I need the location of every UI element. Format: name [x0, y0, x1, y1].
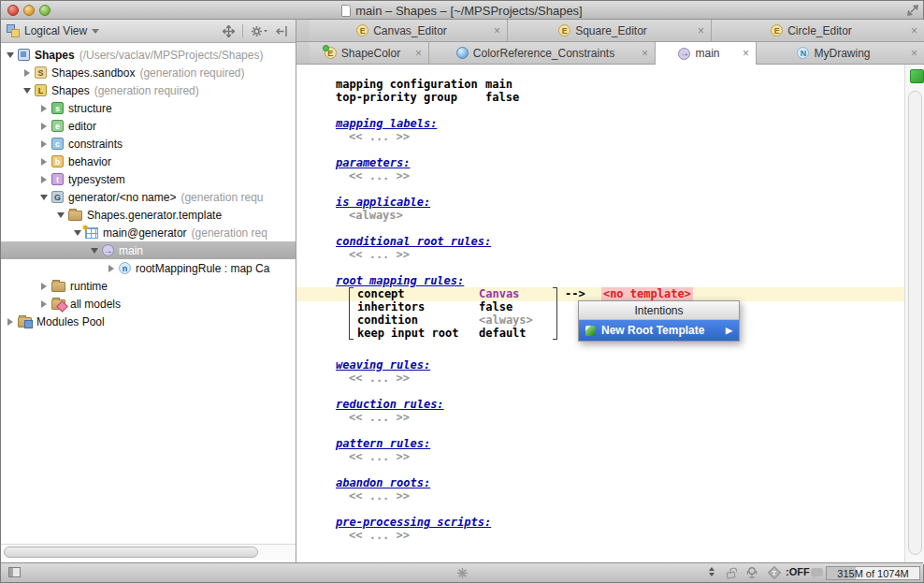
tree-item-root-mapping-rule[interactable]: n rootMappingRule : map Ca	[1, 259, 296, 277]
always-cell[interactable]: <always>	[336, 209, 924, 222]
tab-shapecolor[interactable]: E ShapeColor ×	[310, 42, 429, 64]
scroll-to-source-icon[interactable]	[223, 25, 235, 37]
tree-item-modules-pool[interactable]: Modules Pool	[1, 313, 296, 330]
chevron-collapsed-icon[interactable]	[38, 158, 50, 166]
close-tab-icon[interactable]: ×	[743, 48, 749, 59]
chevron-down-icon[interactable]	[92, 29, 99, 34]
chevron-collapsed-icon[interactable]	[5, 318, 16, 326]
title-bar: main – Shapes – [~/MPSProjects/Shapes]	[1, 1, 923, 20]
property-line[interactable]: top-priority groupfalse	[336, 91, 924, 104]
section-title: mapping labels:	[336, 117, 924, 130]
chevron-collapsed-icon[interactable]	[38, 176, 50, 183]
section-reduction-rules: reduction rules: << ... >>	[336, 398, 924, 424]
editor-aspect-icon: e	[51, 120, 64, 132]
empty-placeholder-cell[interactable]: << ... >>	[336, 529, 924, 542]
gear-icon[interactable]	[251, 25, 268, 37]
section-title: weaving rules:	[336, 358, 924, 372]
statusbar-spinner-icon[interactable]	[709, 567, 715, 576]
chevron-expanded-icon[interactable]	[38, 195, 50, 200]
chevron-collapsed-icon[interactable]	[22, 69, 33, 77]
empty-placeholder-cell[interactable]: << ... >>	[336, 489, 924, 503]
tree-item-all-models[interactable]: all models	[1, 295, 296, 313]
tree-item-project-shapes[interactable]: Shapes (/Users/vaclav/MPSProjects/Shapes…	[1, 46, 296, 64]
mapping-configuration-editor[interactable]: mapping configurationmain top-priority g…	[296, 65, 924, 564]
tree-item-main-selected[interactable]: → main	[1, 241, 296, 259]
empty-placeholder-cell[interactable]: << ... >>	[336, 169, 924, 182]
toolwindow-toggle-icon[interactable]	[8, 567, 21, 577]
editor-concept-icon: E	[771, 24, 783, 36]
tree-item-runtime[interactable]: runtime	[1, 277, 296, 295]
section-is-applicable: is applicable: <always>	[336, 196, 924, 222]
tab-circle-editor[interactable]: E Circle_Editor ×	[712, 20, 924, 41]
close-tab-icon[interactable]: ×	[911, 25, 917, 36]
tab-mydrawing[interactable]: N MyDrawing ×	[757, 42, 924, 64]
close-tab-icon[interactable]: ×	[494, 25, 500, 36]
tree-item-generator[interactable]: G generator/<no name> (generation requ	[1, 188, 296, 206]
editor-concept-icon: E	[356, 24, 368, 36]
typesystem-indicator-icon[interactable]: T	[768, 566, 781, 579]
section-mapping-labels: mapping labels: << ... >>	[336, 117, 924, 143]
rule-row-concept[interactable]: conceptCanvas	[357, 287, 549, 300]
chevron-expanded-icon[interactable]	[55, 212, 66, 218]
chevron-collapsed-icon[interactable]	[106, 265, 117, 272]
close-tab-icon[interactable]: ×	[642, 48, 648, 59]
tree-item-editor[interactable]: e editor	[1, 117, 296, 135]
scrollbar-thumb[interactable]	[4, 547, 258, 558]
rule-row-keep-input-root[interactable]: keep input rootdefault	[357, 327, 549, 340]
chevron-collapsed-icon[interactable]	[38, 300, 50, 308]
empty-placeholder-cell[interactable]: << ... >>	[336, 450, 924, 463]
rule-row-condition[interactable]: condition<always>	[357, 313, 549, 327]
close-tab-icon[interactable]: ×	[415, 48, 422, 59]
chevron-collapsed-icon[interactable]	[38, 123, 50, 130]
chevron-collapsed-icon[interactable]	[38, 105, 50, 112]
tab-colorreference-constraints[interactable]: ColorReference_Constraints ×	[429, 42, 656, 64]
empty-placeholder-cell[interactable]: << ... >>	[336, 411, 924, 424]
generator-icon: G	[51, 191, 64, 203]
editor-vertical-scrollbar[interactable]	[908, 91, 922, 555]
unlocked-icon[interactable]	[726, 571, 735, 578]
new-root-template-menu-item[interactable]: New Root Template ▶	[579, 320, 739, 341]
chevron-collapsed-icon[interactable]	[38, 140, 50, 148]
hector-inspector-icon[interactable]	[745, 566, 758, 579]
empty-placeholder-cell[interactable]: << ... >>	[336, 248, 924, 261]
close-tab-icon[interactable]: ×	[911, 48, 917, 59]
background-tasks-icon[interactable]	[456, 567, 469, 579]
chevron-expanded-icon[interactable]	[5, 52, 16, 58]
tree-item-shapes-language[interactable]: L Shapes (generation required)	[1, 81, 296, 99]
chevron-expanded-icon[interactable]	[89, 248, 100, 254]
tree-item-typesystem[interactable]: t typesystem	[1, 170, 296, 188]
generator-model-icon	[85, 227, 98, 239]
tree-horizontal-scrollbar[interactable]	[1, 544, 296, 560]
notifications-bubble-icon[interactable]	[811, 568, 823, 576]
project-panel-header: Logical View	[1, 20, 296, 43]
typesystem-off-label[interactable]: :OFF	[786, 566, 810, 577]
chevron-collapsed-icon[interactable]	[38, 283, 50, 290]
property-line[interactable]: mapping configurationmain	[336, 78, 924, 91]
section-weaving-rules: weaving rules: << ... >>	[336, 358, 924, 385]
editor-tab-row-1: E Canvas_Editor × E Square_Editor × E Ci…	[296, 20, 924, 42]
tree-item-structure[interactable]: s structure	[1, 99, 296, 117]
no-template-error-cell[interactable]: <no template>	[601, 287, 693, 300]
no-errors-indicator[interactable]	[910, 69, 924, 83]
tab-square-editor[interactable]: E Square_Editor ×	[508, 20, 712, 41]
hide-panel-icon[interactable]	[276, 25, 288, 37]
document-icon	[341, 5, 351, 17]
empty-placeholder-cell[interactable]: << ... >>	[336, 372, 924, 385]
memory-indicator[interactable]: 315M of 1074M	[826, 566, 920, 580]
tree-item-behavior[interactable]: b behavior	[1, 153, 296, 170]
rule-row-inheritors[interactable]: inheritorsfalse	[357, 300, 549, 313]
project-panel: Logical View Shapes (/Users/vaclav/MPSPr…	[1, 20, 296, 564]
tree-item-constraints[interactable]: c constraints	[1, 135, 296, 153]
tab-canvas-editor[interactable]: E Canvas_Editor ×	[310, 20, 508, 41]
tab-main-active[interactable]: → main ×	[656, 42, 757, 65]
resize-icon[interactable]	[906, 4, 919, 17]
mapping-configuration-icon: →	[102, 244, 114, 256]
tree-item-main-generator-model[interactable]: main@generator (generation req	[1, 224, 296, 241]
tree-item-generator-template[interactable]: Shapes.generator.template	[1, 206, 296, 224]
chevron-expanded-icon[interactable]	[22, 88, 33, 94]
close-tab-icon[interactable]: ×	[698, 25, 704, 36]
view-selector[interactable]: Logical View	[24, 24, 87, 37]
structure-aspect-icon: s	[51, 102, 64, 114]
tree-item-shapes-sandbox[interactable]: S Shapes.sandbox (generation required)	[1, 64, 296, 81]
empty-placeholder-cell[interactable]: << ... >>	[336, 130, 924, 143]
